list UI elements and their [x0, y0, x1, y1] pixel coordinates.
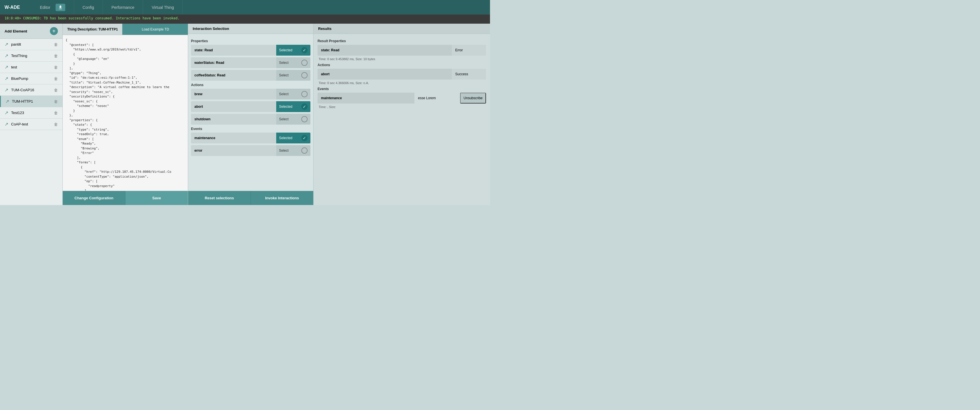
interaction-row-error: error Select ○	[191, 145, 310, 156]
save-button[interactable]: Save	[125, 191, 188, 205]
result-value-abort: Success	[452, 69, 486, 80]
select-button-abort[interactable]: Selected ✓	[276, 101, 310, 112]
interaction-row-maintenance: maintenance Selected ✓	[191, 132, 310, 144]
thing-icon: ↗	[5, 121, 8, 127]
status-bar: 18:8:40> CONSUMED: TD has been successfu…	[0, 14, 490, 24]
tab-editor[interactable]: Editor	[31, 0, 74, 14]
interaction-selection-header: Interaction Selection	[188, 24, 313, 34]
delete-icon-test123[interactable]: 🗑	[54, 111, 58, 115]
interaction-name-state-read: state: Read	[191, 48, 276, 52]
select-button-waterstatus-read[interactable]: Select ○	[276, 57, 310, 68]
result-value-state-read: Error	[452, 45, 486, 56]
td-editor-panel: Thing Description: TUM-HTTP1 Load Exampl…	[63, 24, 188, 205]
thing-icon: ↗	[5, 110, 8, 115]
delete-icon-pantilt[interactable]: 🗑	[54, 42, 58, 47]
results-header: Results	[313, 24, 490, 34]
events-section-label: Events	[191, 127, 310, 131]
interaction-row-brew: brew Select ○	[191, 89, 310, 99]
plus-button[interactable]: +	[50, 27, 58, 35]
interaction-row-abort: abort Selected ✓	[191, 101, 310, 112]
sidebar-item-test123[interactable]: ↗ Test123 🗑	[0, 107, 62, 119]
check-icon-shutdown: ○	[301, 116, 307, 122]
save-icon-button[interactable]	[56, 4, 65, 11]
interaction-name-brew: brew	[191, 92, 276, 96]
delete-icon-testthing[interactable]: 🗑	[54, 54, 58, 58]
sidebar-item-test[interactable]: ↗ test 🗑	[0, 62, 62, 73]
tab-performance[interactable]: Performance	[103, 0, 143, 14]
td-editor-header: Thing Description: TUM-HTTP1 Load Exampl…	[63, 24, 188, 35]
check-icon-error: ○	[301, 147, 307, 154]
actions-section-label: Actions	[191, 83, 310, 87]
delete-icon-coap-test[interactable]: 🗑	[54, 122, 58, 127]
interaction-name-waterstatus-read: waterStatus: Read	[191, 61, 276, 65]
delete-icon-tum-coap16[interactable]: 🗑	[54, 88, 58, 93]
interaction-selection-panel: Interaction Selection Properties state: …	[188, 24, 313, 205]
sidebar-label-coap-test: CoAP-test	[11, 122, 28, 126]
config-tab-label: Config	[83, 5, 94, 10]
result-name-state-read: state: Read	[318, 48, 452, 52]
thing-icon: ↗	[5, 76, 8, 81]
reset-selections-button[interactable]: Reset selections	[188, 191, 251, 205]
invoke-interactions-button[interactable]: Invoke Interactions	[251, 191, 313, 205]
interaction-row-coffeestatus-read: coffeeStatus: Read Select ○	[191, 70, 310, 81]
tabs: Editor Config Performance Virtual Thing	[31, 0, 490, 14]
top-bar: W-ADE Editor Config Performance Virtual …	[0, 0, 490, 14]
load-example-button[interactable]: Load Example TD	[123, 24, 188, 35]
results-panel: Results Result Properties state: Read Er…	[313, 24, 490, 205]
sidebar-label-pantilt: pantilt	[11, 42, 21, 46]
check-icon-maintenance: ✓	[301, 135, 307, 141]
thing-icon: ↗	[5, 53, 8, 59]
select-button-state-read[interactable]: true Selected ✓	[276, 45, 310, 56]
sidebar-item-testthing[interactable]: ↗ TestThing 🗑	[0, 50, 62, 62]
interaction-name-error: error	[191, 148, 276, 153]
content-area: Thing Description: TUM-HTTP1 Load Exampl…	[63, 24, 490, 205]
status-message: 18:8:40> CONSUMED: TD has been successfu…	[5, 16, 180, 20]
thing-icon: ↗	[5, 64, 8, 70]
sidebar-label-tum-coap16: TUM-CoAP16	[11, 88, 34, 92]
result-row-abort: abort Success	[318, 69, 486, 80]
interaction-name-shutdown: shutdown	[191, 117, 276, 121]
td-title: Thing Description: TUM-HTTP1	[63, 24, 123, 35]
sidebar-item-pantilt[interactable]: ↗ pantilt 🗑	[0, 39, 62, 50]
delete-icon-tum-http1[interactable]: 🗑	[54, 99, 58, 104]
delete-icon-bluepump[interactable]: 🗑	[54, 77, 58, 81]
result-meta-maintenance: Time: , Size:	[319, 105, 486, 108]
main-content: Add Element + ↗ pantilt 🗑 ↗ TestThing	[0, 24, 490, 205]
check-icon-waterstatus-read: ○	[301, 60, 307, 66]
sidebar-item-coap-test[interactable]: ↗ CoAP-test 🗑	[0, 119, 62, 130]
select-button-shutdown[interactable]: Select ○	[276, 114, 310, 124]
sidebar-item-tum-coap16[interactable]: ↗ TUM-CoAP16 🗑	[0, 85, 62, 96]
sidebar-item-tum-http1[interactable]: ↗ TUM-HTTP1 🗑	[0, 96, 62, 107]
sidebar-label-test: test	[11, 65, 17, 69]
thing-icon: ↗	[5, 87, 8, 93]
td-code-editor[interactable]	[63, 35, 188, 191]
delete-icon-test[interactable]: 🗑	[54, 65, 58, 70]
unsubscribe-button-maintenance[interactable]: Unsubscribe	[460, 93, 486, 104]
change-configuration-button[interactable]: Change Configuration	[63, 191, 125, 205]
select-button-coffeestatus-read[interactable]: Select ○	[276, 70, 310, 81]
interaction-row-state-read: state: Read true Selected ✓	[191, 45, 310, 56]
interaction-name-coffeestatus-read: coffeeStatus: Read	[191, 73, 276, 77]
app-title: W-ADE	[0, 5, 31, 10]
sidebar-label-tum-http1: TUM-HTTP1	[12, 99, 33, 104]
check-icon-abort: ✓	[301, 104, 307, 110]
result-row-state-read: state: Read Error	[318, 45, 486, 56]
select-button-brew[interactable]: Select ○	[276, 89, 310, 99]
result-row-maintenance: maintenance esse Lorem Unsubscribe	[318, 93, 486, 104]
select-button-error[interactable]: Select ○	[276, 145, 310, 156]
editor-tab-label: Editor	[40, 5, 51, 10]
result-meta-state-read: Time: 0 sec 9.453882 ms, Size: 10 bytes	[319, 57, 486, 61]
sidebar-item-bluepump[interactable]: ↗ BluePump 🗑	[0, 73, 62, 85]
interaction-row-shutdown: shutdown Select ○	[191, 114, 310, 124]
check-icon-brew: ○	[301, 91, 307, 97]
tab-config[interactable]: Config	[74, 0, 103, 14]
add-element-button[interactable]: Add Element +	[0, 24, 62, 39]
result-value-maintenance: esse Lorem	[414, 93, 460, 104]
select-button-maintenance[interactable]: Selected ✓	[276, 132, 310, 144]
app-container: W-ADE Editor Config Performance Virtual …	[0, 0, 490, 205]
td-footer: Change Configuration Save	[63, 191, 188, 205]
tab-virtual-thing[interactable]: Virtual Thing	[143, 0, 183, 14]
result-properties-section-label: Result Properties	[318, 39, 486, 43]
sidebar: Add Element + ↗ pantilt 🗑 ↗ TestThing	[0, 24, 63, 205]
result-actions-section-label: Actions	[318, 63, 486, 67]
